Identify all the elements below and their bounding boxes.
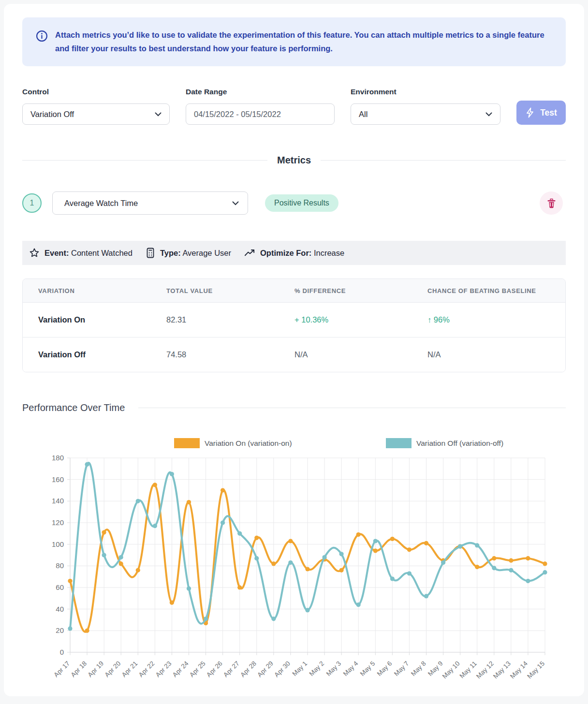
x-axis-tick: May 6	[376, 660, 394, 678]
legend-label: Variation On (variation-on)	[205, 439, 292, 447]
data-point	[390, 577, 395, 581]
metric-row: 1 Average Watch Time Positive Results	[22, 191, 566, 215]
data-point	[288, 539, 293, 543]
data-point	[526, 556, 530, 560]
optimize-value: Increase	[314, 249, 344, 257]
data-point	[526, 579, 530, 583]
x-axis-tick: Apr 26	[205, 660, 224, 679]
data-point	[220, 520, 225, 525]
x-axis-tick: May 14	[509, 660, 529, 680]
info-banner-text: Attach metrics you’d like to use to vali…	[55, 29, 546, 55]
table-body: Variation On82.31+ 10.36%↑ 96%Variation …	[23, 303, 565, 372]
x-axis-tick: May 13	[492, 660, 512, 680]
x-axis-tick: Apr 27	[222, 660, 241, 679]
metrics-section-title: Metrics	[267, 155, 321, 166]
data-point	[68, 579, 72, 583]
trending-up-icon	[244, 249, 255, 257]
event-value: Content Watched	[71, 249, 132, 257]
x-axis-tick: Apr 29	[256, 660, 275, 679]
data-point	[492, 566, 496, 570]
x-axis-tick: Apr 28	[239, 660, 258, 679]
y-axis-tick: 20	[56, 626, 64, 634]
total-value: 82.31	[166, 315, 294, 324]
x-axis-tick: Apr 20	[103, 660, 122, 679]
line-chart: Variation On (variation-on)Variation Off…	[22, 425, 573, 689]
data-point	[424, 594, 428, 598]
y-axis-tick: 160	[52, 475, 64, 484]
data-point	[305, 567, 309, 571]
y-axis-tick: 0	[60, 648, 64, 656]
data-point	[373, 539, 378, 543]
legend-swatch	[174, 438, 200, 448]
data-point	[102, 530, 106, 535]
chance-value: ↑ 96%	[427, 315, 565, 324]
x-axis-tick: Apr 25	[188, 660, 207, 679]
data-point	[509, 558, 513, 563]
data-point	[339, 552, 344, 556]
x-axis-tick: May 7	[393, 660, 411, 678]
data-point	[170, 472, 174, 476]
environment-select[interactable]: All	[351, 103, 500, 125]
data-point	[339, 568, 344, 572]
filters-row: Control Variation Off Date Range 04/15/2…	[22, 88, 566, 125]
x-axis-tick: May 10	[441, 660, 461, 680]
variation-name: Variation Off	[23, 350, 166, 359]
date-range-input[interactable]: 04/15/2022 - 05/15/2022	[186, 103, 335, 125]
total-value: 74.58	[166, 350, 294, 359]
difference-value: + 10.36%	[294, 315, 427, 324]
data-point	[458, 544, 462, 549]
delete-metric-button[interactable]	[540, 191, 563, 215]
data-point	[187, 587, 191, 591]
info-banner: Attach metrics you’d like to use to vali…	[22, 17, 566, 66]
data-point	[220, 488, 225, 492]
data-point	[543, 570, 547, 574]
optimize-label: Optimize For:	[260, 249, 311, 257]
legend-item[interactable]: Variation Off (variation-off)	[386, 438, 503, 448]
type-value: Average User	[182, 249, 231, 257]
x-axis-tick: Apr 30	[273, 660, 292, 679]
optimize-summary: Optimize For: Increase	[244, 249, 344, 258]
chance-value: N/A	[427, 350, 565, 359]
x-axis-tick: May 3	[325, 660, 343, 678]
table-header-row: VARIATIONTOTAL VALUE% DIFFERENCECHANCE O…	[23, 279, 565, 303]
data-point	[492, 556, 496, 560]
control-filter: Control Variation Off	[22, 88, 170, 125]
metric-select[interactable]: Average Watch Time	[52, 191, 248, 215]
data-point	[254, 556, 259, 560]
test-button[interactable]: Test	[516, 101, 566, 125]
x-axis-tick: May 15	[526, 660, 546, 680]
performance-section-header: Performance Over Time	[22, 402, 566, 413]
trash-icon	[546, 198, 557, 209]
x-axis-tick: Apr 18	[69, 660, 88, 679]
type-label: Type:	[160, 249, 181, 257]
x-axis-tick: Apr 21	[120, 660, 139, 679]
data-point	[356, 602, 361, 607]
x-axis-tick: May 1	[291, 660, 309, 678]
x-axis-tick: May 4	[342, 660, 360, 677]
date-range-label: Date Range	[186, 88, 335, 96]
y-axis-tick: 180	[52, 454, 64, 462]
data-point	[475, 543, 479, 547]
legend-item[interactable]: Variation On (variation-on)	[174, 438, 292, 448]
metric-select-value: Average Watch Time	[64, 199, 232, 208]
y-axis-tick: 40	[56, 605, 64, 613]
data-point	[475, 565, 479, 569]
column-header: TOTAL VALUE	[166, 287, 294, 294]
y-axis-tick: 120	[52, 518, 64, 527]
column-header: % DIFFERENCE	[294, 287, 427, 294]
x-axis-tick: May 12	[475, 660, 495, 680]
control-select[interactable]: Variation Off	[22, 103, 170, 125]
results-table: VARIATIONTOTAL VALUE% DIFFERENCECHANCE O…	[22, 279, 566, 372]
data-point	[204, 616, 208, 621]
performance-chart: Variation On (variation-on)Variation Off…	[22, 425, 566, 690]
data-point	[136, 568, 140, 572]
x-axis-tick: May 2	[308, 660, 326, 678]
data-point	[407, 547, 412, 552]
x-axis-tick: May 11	[458, 660, 478, 680]
type-summary: Type: Average User	[146, 248, 231, 258]
data-point	[119, 555, 123, 559]
column-header: CHANCE OF BEATING BASELINE	[427, 287, 565, 294]
environment-filter: Environment All	[351, 88, 500, 125]
data-point	[271, 561, 276, 566]
x-axis-tick: Apr 17	[52, 660, 71, 679]
